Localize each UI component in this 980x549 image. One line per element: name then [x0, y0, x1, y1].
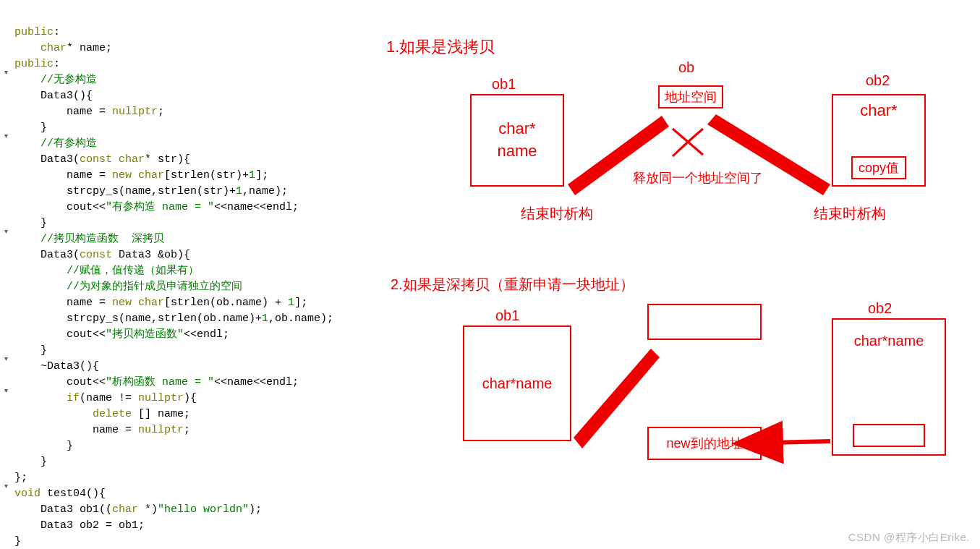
- svg-line-4: [770, 441, 830, 443]
- text-name-ob1: name: [497, 140, 537, 163]
- box-empty-top: [647, 304, 762, 340]
- box-inner-ob2: [853, 424, 925, 447]
- text-charstarname-ob1: char*name: [482, 375, 553, 392]
- fold-marker: ▾: [4, 227, 8, 235]
- fold-marker: ▾: [4, 386, 8, 394]
- text-charstar-ob1: char*: [498, 118, 535, 140]
- text-charstar-ob2: char*: [860, 101, 897, 120]
- diagram-area: 1.如果是浅拷贝 ob1 ob ob2 地址空间 char* name char…: [376, 0, 980, 549]
- box-ob2-top: char* copy值: [832, 94, 926, 187]
- label-ob2-top: ob2: [866, 72, 890, 89]
- watermark: CSDN @程序小白Erike.: [848, 531, 970, 545]
- box-new-address: new到的地址: [647, 427, 762, 460]
- label-ob-top: ob: [678, 59, 694, 76]
- label-ob1-top: ob1: [492, 76, 516, 93]
- text-end-destruct-left: 结束时析构: [521, 204, 593, 224]
- box-ob1-top: char* name: [470, 94, 564, 187]
- box-ob1-bottom: char*name: [463, 325, 571, 441]
- box-address-space: 地址空间: [658, 85, 723, 108]
- label-ob1-bottom: ob1: [495, 307, 519, 324]
- text-charstarname-ob2: char*name: [854, 333, 924, 349]
- fold-marker: ▾: [4, 482, 8, 490]
- label-ob2-bottom: ob2: [868, 300, 892, 317]
- box-ob2-bottom: char*name: [832, 318, 946, 456]
- fold-marker: ▾: [4, 68, 8, 76]
- fold-marker: ▾: [4, 132, 8, 140]
- title-shallow-copy: 1.如果是浅拷贝: [386, 36, 495, 58]
- box-copy-value: copy值: [851, 156, 906, 179]
- fold-gutter: ▾ ▾ ▾ ▾ ▾ ▾: [0, 0, 13, 549]
- title-deep-copy: 2.如果是深拷贝（重新申请一块地址）: [391, 275, 634, 294]
- text-address-space: 地址空间: [665, 88, 717, 106]
- code-block: public: char* name; public: //无参构造 Data3…: [14, 9, 383, 549]
- fold-marker: ▾: [4, 354, 8, 362]
- text-release-same: 释放同一个地址空间了: [633, 169, 763, 187]
- text-new-address: new到的地址: [666, 435, 742, 452]
- text-end-destruct-right: 结束时析构: [814, 204, 886, 224]
